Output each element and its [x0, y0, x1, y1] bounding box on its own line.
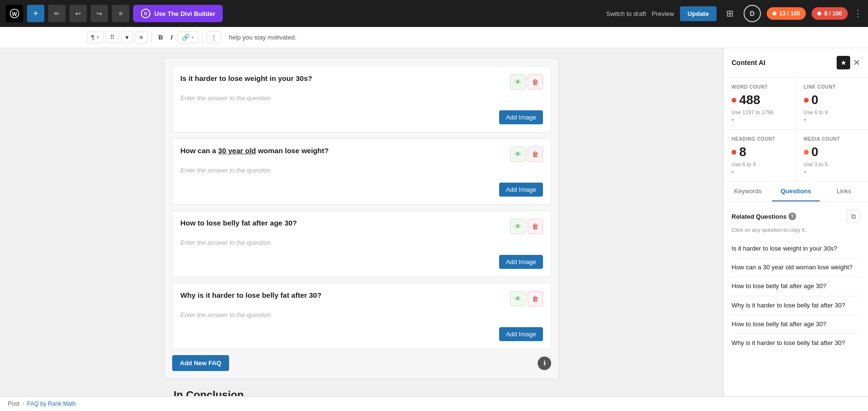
faq-add-image-btn[interactable]: Add Image: [499, 255, 543, 269]
divi-button-label: Use The Divi Builder: [154, 10, 215, 17]
preview-button[interactable]: Preview: [652, 10, 674, 17]
sidebar-header-actions: ★ ✕: [837, 56, 860, 69]
tab-links[interactable]: Links: [820, 182, 868, 201]
media-count-chevron[interactable]: ▾: [804, 169, 861, 174]
sidebar-header: Content AI ★ ✕: [724, 48, 868, 78]
chevron-down-icon: ▾: [125, 34, 129, 41]
faq-delete-btn[interactable]: 🗑: [528, 219, 543, 234]
add-block-button[interactable]: +: [27, 5, 44, 22]
tab-questions[interactable]: Questions: [772, 182, 820, 201]
faq-preview-btn[interactable]: 👁: [510, 74, 526, 90]
link-count-label: LINK COUNT: [804, 84, 861, 90]
editor-content: Is it harder to lose weight in your 30s?…: [154, 58, 569, 396]
toolbar-more-btn[interactable]: ⋮: [206, 31, 221, 43]
undo-button[interactable]: ↩: [69, 5, 87, 22]
rq-item[interactable]: Why is it harder to lose belly fat after…: [732, 296, 860, 315]
trash-icon: 🗑: [532, 78, 539, 86]
score-8-dot: [817, 12, 821, 15]
heading-count-cell: HEADING COUNT 8 Use 6 to 9 ▾: [724, 130, 796, 181]
redo-icon: ↪: [96, 10, 102, 17]
rq-item-text: How to lose belly fat after age 30?: [732, 320, 827, 328]
link-btn[interactable]: 🔗 ▾: [177, 31, 198, 43]
score-8-button[interactable]: 8 / 100: [812, 7, 848, 20]
tab-keywords[interactable]: Keywords: [724, 182, 772, 201]
redo-button[interactable]: ↪: [91, 5, 108, 22]
rq-item[interactable]: Is it harder to lose weight in your 30s?: [732, 239, 860, 258]
faq-delete-btn[interactable]: 🗑: [528, 74, 543, 90]
faq-item-footer: Add Image: [180, 250, 543, 269]
faq-question-prefix: How can a: [180, 146, 218, 155]
faq-question-text: How to lose belly fat after age 30?: [180, 219, 297, 227]
divi-builder-button[interactable]: D Use The Divi Builder: [133, 5, 223, 22]
rq-item[interactable]: How to lose belly fat after age 30?: [732, 277, 860, 296]
rq-item[interactable]: Why is it harder to lose belly fat after…: [732, 334, 860, 352]
edit-button[interactable]: ✏: [48, 5, 66, 22]
faq-add-image-btn[interactable]: Add Image: [499, 183, 543, 197]
faq-add-image-btn[interactable]: Add Image: [499, 327, 543, 341]
secondary-toolbar: ¶ ▾ ⠿ ▾ ≡ B I 🔗 ▾ ⋮ help you stay motiva…: [0, 27, 868, 48]
score-13-button[interactable]: 13 / 100: [767, 7, 806, 20]
breadcrumb-link[interactable]: FAQ by Rank Math: [27, 400, 76, 407]
rq-item[interactable]: How to lose belly fat after age 30?: [732, 315, 860, 334]
faq-question-link: 30 year old: [218, 146, 256, 155]
switch-draft-button[interactable]: Switch to draft: [606, 10, 646, 17]
info-icon[interactable]: ℹ: [538, 357, 551, 370]
block-type-label: ▾: [96, 34, 99, 40]
eye-icon: 👁: [515, 223, 521, 230]
paragraph-btn[interactable]: ¶ ▾: [87, 31, 104, 43]
faq-delete-btn[interactable]: 🗑: [528, 146, 543, 162]
list-view-button[interactable]: ≡: [112, 5, 129, 22]
move-btn[interactable]: ▾: [121, 31, 133, 43]
divi-circle-button[interactable]: D: [744, 5, 761, 22]
heading-count-dot: [732, 150, 736, 155]
in-conclusion-heading: In Conclusion: [164, 389, 559, 396]
sidebar-close-button[interactable]: ✕: [853, 57, 860, 68]
update-button[interactable]: Update: [680, 6, 717, 21]
link-count-cell: LINK COUNT 0 Use 6 to 9 ▾: [796, 78, 868, 130]
word-count-hint: Use 1197 to 1796: [732, 109, 788, 115]
layout-button[interactable]: ⊞: [722, 6, 738, 21]
score-13-dot: [773, 12, 776, 15]
faq-add-image-btn[interactable]: Add Image: [499, 110, 543, 124]
drag-handle-btn[interactable]: ⠿: [106, 31, 119, 43]
word-count-chevron[interactable]: ▾: [732, 117, 788, 122]
media-count-number: 0: [812, 145, 818, 159]
faq-delete-btn[interactable]: 🗑: [528, 291, 543, 306]
faq-item-header: How can a 30 year old woman lose weight?…: [180, 146, 543, 162]
wordpress-logo: W: [6, 5, 23, 22]
faq-preview-btn[interactable]: 👁: [510, 291, 526, 306]
rq-item-text: Is it harder to lose weight in your 30s?: [732, 245, 837, 252]
copy-icon: ⧉: [851, 212, 856, 221]
rq-item[interactable]: How can a 30 year old woman lose weight?: [732, 258, 860, 277]
related-questions-copy-btn[interactable]: ⧉: [847, 210, 860, 223]
breadcrumb-post: Post: [8, 400, 19, 407]
media-count-dot: [804, 150, 809, 155]
faq-preview-btn[interactable]: 👁: [510, 219, 526, 234]
intro-text: help you stay motivated.: [229, 34, 297, 41]
trash-icon: 🗑: [532, 223, 539, 230]
link-count-chevron[interactable]: ▾: [804, 117, 861, 122]
list-icon: ≡: [119, 10, 122, 17]
score-8-label: 8 / 100: [824, 10, 842, 17]
align-icon: ≡: [139, 34, 143, 41]
paragraph-icon: ¶: [91, 34, 95, 41]
italic-btn[interactable]: I: [168, 32, 176, 43]
faq-item-actions: 👁 🗑: [510, 219, 543, 234]
star-icon: ★: [841, 59, 847, 66]
rq-item-text: Why is it harder to lose belly fat after…: [732, 302, 845, 309]
word-count-value: 488: [732, 93, 788, 107]
sidebar-star-button[interactable]: ★: [837, 56, 850, 69]
faq-item-footer: Add Image: [180, 106, 543, 124]
related-questions-info-icon: ?: [788, 212, 796, 220]
align-btn[interactable]: ≡: [135, 31, 148, 43]
heading-count-chevron[interactable]: ▾: [732, 169, 788, 174]
more-options-icon[interactable]: ⋮: [854, 8, 862, 19]
add-new-faq-button[interactable]: Add New FAQ: [172, 355, 229, 371]
eye-icon: 👁: [515, 78, 521, 86]
faq-item-actions: 👁 🗑: [510, 291, 543, 306]
faq-preview-btn[interactable]: 👁: [510, 146, 526, 162]
rq-item-text: Why is it harder to lose belly fat after…: [732, 339, 845, 346]
stats-grid: WORD COUNT 488 Use 1197 to 1796 ▾ LINK C…: [724, 78, 868, 182]
bold-btn[interactable]: B: [156, 32, 166, 43]
layout-icon: ⊞: [726, 8, 733, 19]
